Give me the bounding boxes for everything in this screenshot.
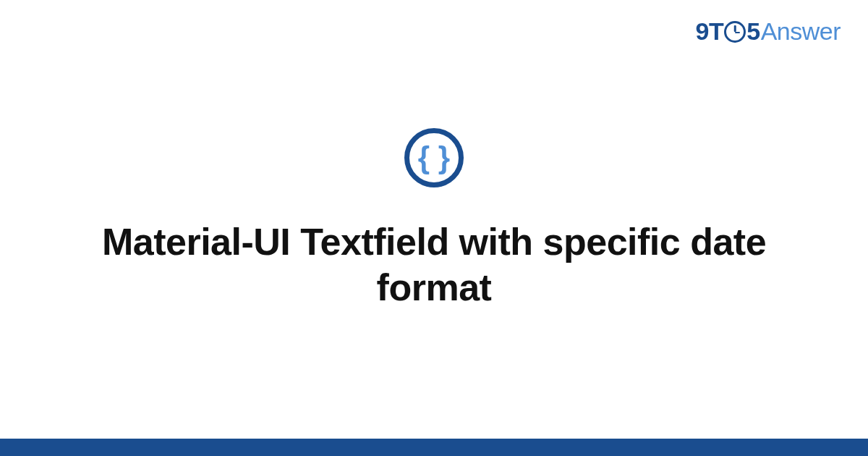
main-content: { } Material-UI Textfield with specific …: [0, 0, 868, 439]
code-braces-icon: { }: [418, 143, 450, 173]
page-title: Material-UI Textfield with specific date…: [80, 219, 788, 311]
footer-accent-bar: [0, 439, 868, 456]
category-icon-circle: { }: [404, 128, 464, 187]
